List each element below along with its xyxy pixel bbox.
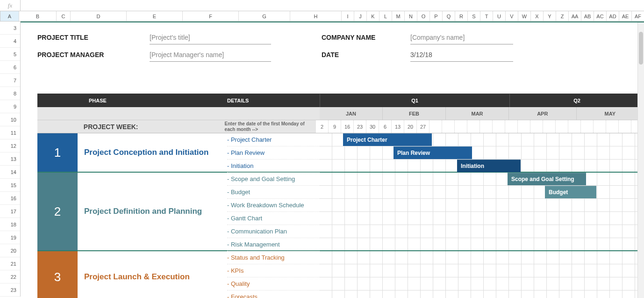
row-header-8[interactable]: 8	[0, 87, 20, 100]
week-empty[interactable]	[429, 120, 442, 133]
detail-item[interactable]: - Communication Plan	[227, 225, 320, 238]
detail-item[interactable]: - Project Charter	[227, 133, 320, 146]
column-header-W[interactable]: W	[518, 11, 531, 21]
row-header-4[interactable]: 4	[0, 35, 20, 48]
column-header-AC[interactable]: AC	[594, 11, 607, 21]
column-header-N[interactable]: N	[405, 11, 417, 21]
detail-item[interactable]: - Quality	[227, 277, 320, 291]
week-empty[interactable]	[619, 120, 631, 133]
column-header-Z[interactable]: Z	[556, 11, 569, 21]
week-empty[interactable]	[505, 120, 518, 133]
row-header-17[interactable]: 17	[0, 205, 20, 218]
column-header-S[interactable]: S	[468, 11, 480, 21]
week-empty[interactable]	[568, 120, 581, 133]
row-header-21[interactable]: 21	[0, 257, 20, 270]
week-2[interactable]: 2	[316, 120, 329, 133]
row-header-18[interactable]: 18	[0, 218, 20, 231]
column-header-G[interactable]: G	[239, 11, 290, 21]
column-header-H[interactable]: H	[290, 11, 342, 21]
row-header-10[interactable]: 10	[0, 113, 20, 126]
column-header-T[interactable]: T	[480, 11, 493, 21]
week-empty[interactable]	[530, 120, 543, 133]
phase-timeline[interactable]	[320, 251, 644, 298]
week-empty[interactable]	[493, 120, 505, 133]
row-header-13[interactable]: 13	[0, 153, 20, 166]
phase-timeline[interactable]: Project CharterPlan ReviewInitiation	[320, 133, 644, 172]
week-empty[interactable]	[606, 120, 619, 133]
week-20[interactable]: 20	[404, 120, 417, 133]
row-header-14[interactable]: 14	[0, 166, 20, 179]
week-13[interactable]: 13	[392, 120, 404, 133]
week-9[interactable]: 9	[329, 120, 341, 133]
vertical-scrollbar[interactable]	[637, 22, 644, 298]
row-header-20[interactable]: 20	[0, 244, 20, 257]
column-header-F[interactable]: F	[183, 11, 239, 21]
detail-item[interactable]: - Plan Review	[227, 146, 320, 160]
week-16[interactable]: 16	[341, 120, 354, 133]
column-header-L[interactable]: L	[379, 11, 392, 21]
row-header-23[interactable]: 23	[0, 283, 20, 297]
week-23[interactable]: 23	[354, 120, 366, 133]
week-empty[interactable]	[543, 120, 556, 133]
week-empty[interactable]	[455, 120, 467, 133]
gantt-bar[interactable]: Initiation	[457, 160, 521, 172]
project-title-value[interactable]: [Project's title]	[150, 34, 271, 44]
scrollbar-thumb[interactable]	[639, 32, 643, 65]
row-header-9[interactable]: 9	[0, 100, 20, 113]
week-empty[interactable]	[467, 120, 480, 133]
week-empty[interactable]	[594, 120, 606, 133]
column-header-U[interactable]: U	[493, 11, 506, 21]
row-header-15[interactable]: 15	[0, 179, 20, 192]
gantt-bar[interactable]: Budget	[545, 186, 596, 198]
week-6[interactable]: 6	[379, 120, 392, 133]
column-header-X[interactable]: X	[531, 11, 544, 21]
column-header-V[interactable]: V	[506, 11, 518, 21]
week-27[interactable]: 27	[417, 120, 429, 133]
row-header-7[interactable]: 7	[0, 74, 20, 87]
detail-item[interactable]: - Forecasts	[227, 291, 320, 298]
week-empty[interactable]	[442, 120, 455, 133]
column-header-AD[interactable]: AD	[607, 11, 619, 21]
column-header-Y[interactable]: Y	[544, 11, 556, 21]
week-empty[interactable]	[480, 120, 493, 133]
column-header-Q[interactable]: Q	[443, 11, 455, 21]
phase-timeline[interactable]: Scope and Goal SettingBudget	[320, 173, 644, 250]
row-header-12[interactable]: 12	[0, 139, 20, 153]
company-name-value[interactable]: [Company's name]	[410, 34, 513, 44]
column-header-M[interactable]: M	[392, 11, 405, 21]
column-header-J[interactable]: J	[354, 11, 367, 21]
detail-item[interactable]: - Status and Tracking	[227, 251, 320, 264]
week-empty[interactable]	[518, 120, 530, 133]
detail-item[interactable]: - Work Breakdown Schedule	[227, 199, 320, 212]
column-header-O[interactable]: O	[417, 11, 430, 21]
gantt-bar[interactable]: Plan Review	[394, 146, 472, 159]
row-header-19[interactable]: 19	[0, 231, 20, 244]
row-header-22[interactable]: 22	[0, 270, 20, 283]
row-header-16[interactable]: 16	[0, 192, 20, 205]
row-header-5[interactable]: 5	[0, 48, 20, 61]
detail-item[interactable]: - Initiation	[227, 160, 320, 173]
row-header-3[interactable]: 3	[0, 22, 20, 35]
row-header-6[interactable]: 6	[0, 61, 20, 74]
week-empty[interactable]	[556, 120, 568, 133]
gantt-bar[interactable]: Project Charter	[343, 133, 432, 146]
project-manager-value[interactable]: [Project Manager's name]	[150, 51, 271, 62]
column-header-I[interactable]: I	[342, 11, 354, 21]
week-30[interactable]: 30	[366, 120, 379, 133]
column-header-AB[interactable]: AB	[581, 11, 594, 21]
gantt-bar[interactable]: Scope and Goal Setting	[508, 173, 586, 185]
column-header-B[interactable]: B	[19, 11, 57, 21]
detail-item[interactable]: - Scope and Goal Setting	[227, 173, 320, 186]
column-header-AA[interactable]: AA	[569, 11, 581, 21]
column-header-AF[interactable]: AF	[632, 11, 644, 21]
column-header-E[interactable]: E	[127, 11, 183, 21]
detail-item[interactable]: - Risk Management	[227, 238, 320, 251]
detail-item[interactable]: - Gantt Chart	[227, 212, 320, 225]
formula-input[interactable]	[21, 0, 644, 11]
column-header-AE[interactable]: AE	[619, 11, 632, 21]
column-header-R[interactable]: R	[455, 11, 468, 21]
date-value[interactable]: 3/12/18	[410, 51, 513, 62]
column-header-A[interactable]: A	[0, 11, 19, 21]
column-header-K[interactable]: K	[367, 11, 379, 21]
row-header-11[interactable]: 11	[0, 126, 20, 139]
